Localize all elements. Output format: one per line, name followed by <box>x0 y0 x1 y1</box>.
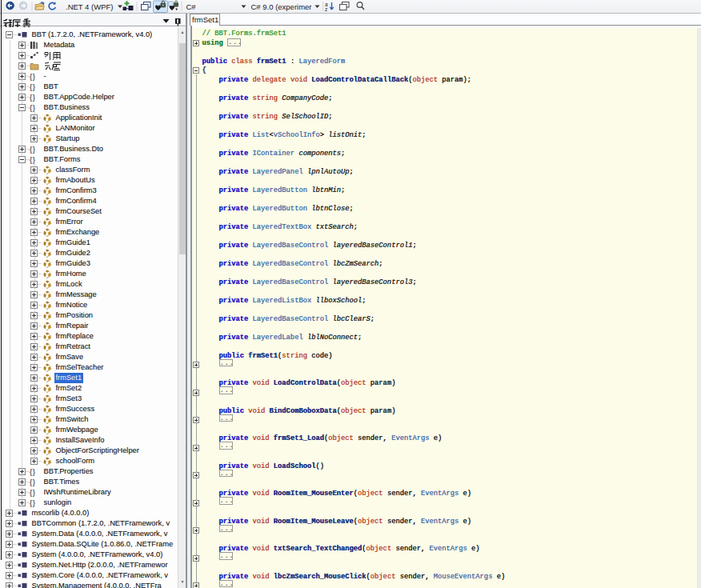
svg-text:z: z <box>325 6 327 12</box>
